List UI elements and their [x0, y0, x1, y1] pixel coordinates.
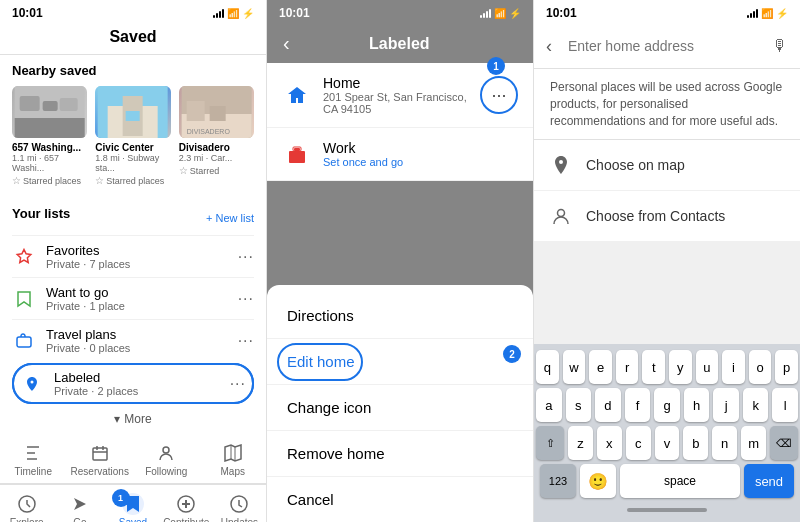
- key-u[interactable]: u: [696, 350, 719, 384]
- labeled-home-item[interactable]: Home 201 Spear St, San Francisco, CA 941…: [267, 63, 533, 128]
- work-icon: [283, 140, 311, 168]
- nav-following[interactable]: Following: [133, 438, 200, 481]
- key-space[interactable]: space: [620, 464, 740, 498]
- key-e[interactable]: e: [589, 350, 612, 384]
- favorites-more-button[interactable]: ···: [238, 248, 254, 266]
- travel-more-button[interactable]: ···: [238, 332, 254, 350]
- nav-reservations[interactable]: Reservations: [67, 438, 134, 481]
- key-i[interactable]: i: [722, 350, 745, 384]
- list-item-travel[interactable]: Travel plans Private · 0 places ···: [12, 319, 254, 361]
- key-d[interactable]: d: [595, 388, 621, 422]
- work-action[interactable]: Set once and go: [323, 156, 517, 168]
- choose-on-map-option[interactable]: Choose on map: [534, 140, 800, 191]
- status-bar-3: 10:01 📶 ⚡: [534, 0, 800, 24]
- thumb-1: [95, 86, 170, 138]
- list-name-travel: Travel plans: [46, 327, 238, 342]
- nav-maps-label: Maps: [221, 466, 245, 477]
- tab-explore[interactable]: Explore: [0, 489, 53, 522]
- key-j[interactable]: j: [713, 388, 739, 422]
- panel-saved: 10:01 📶 ⚡ Saved Nearby saved: [0, 0, 267, 522]
- key-r[interactable]: r: [616, 350, 639, 384]
- map-pin-icon: [550, 154, 572, 176]
- list-item-wantgo[interactable]: Want to go Private · 1 place ···: [12, 277, 254, 319]
- list-item-favorites[interactable]: Favorites Private · 7 places ···: [12, 235, 254, 277]
- sheet-remove-home[interactable]: Remove home: [267, 430, 533, 476]
- key-y[interactable]: y: [669, 350, 692, 384]
- svg-rect-27: [289, 151, 305, 163]
- key-k[interactable]: k: [743, 388, 769, 422]
- nearby-title: Nearby saved: [12, 63, 254, 78]
- personal-places-info: Personal places will be used across Goog…: [534, 69, 800, 140]
- work-info: Work Set once and go: [323, 140, 517, 168]
- nearby-desc-1: 1.8 mi · Subway sta...: [95, 153, 170, 173]
- tab-updates-label: Updates: [221, 517, 258, 522]
- key-t[interactable]: t: [642, 350, 665, 384]
- key-h[interactable]: h: [684, 388, 710, 422]
- nav-reservations-label: Reservations: [71, 466, 129, 477]
- keyboard-row-2: a s d f g h j k l: [536, 388, 798, 422]
- tab-contribute[interactable]: Contribute: [160, 489, 213, 522]
- reservations-icon: [89, 442, 111, 464]
- nearby-card-2[interactable]: DIVISADERO Divisadero 2.3 mi · Car... ☆ …: [179, 86, 254, 186]
- svg-marker-18: [225, 445, 241, 461]
- svg-rect-16: [93, 448, 107, 460]
- address-search-input[interactable]: [560, 32, 772, 60]
- list-item-labeled[interactable]: Labeled Private · 2 places ···: [12, 363, 254, 404]
- key-q[interactable]: q: [536, 350, 559, 384]
- sheet-edit-home[interactable]: Edit home 2: [267, 338, 533, 384]
- wantgo-icon: [12, 287, 36, 311]
- key-w[interactable]: w: [563, 350, 586, 384]
- tab-updates[interactable]: Updates: [213, 489, 266, 522]
- mic-icon[interactable]: 🎙: [772, 37, 788, 55]
- key-shift[interactable]: ⇧: [536, 426, 564, 460]
- new-list-button[interactable]: + New list: [206, 212, 254, 224]
- key-a[interactable]: a: [536, 388, 562, 422]
- key-p[interactable]: p: [775, 350, 798, 384]
- key-g[interactable]: g: [654, 388, 680, 422]
- key-m[interactable]: m: [741, 426, 766, 460]
- key-o[interactable]: o: [749, 350, 772, 384]
- labeled-work-item[interactable]: Work Set once and go: [267, 128, 533, 181]
- key-emoji[interactable]: 🙂: [580, 464, 616, 498]
- key-x[interactable]: x: [597, 426, 622, 460]
- labeled-more-button[interactable]: ···: [230, 375, 246, 393]
- wantgo-more-button[interactable]: ···: [238, 290, 254, 308]
- key-send[interactable]: send: [744, 464, 794, 498]
- choose-from-contacts-option[interactable]: Choose from Contacts: [534, 191, 800, 242]
- home-indicator: [627, 508, 707, 512]
- key-z[interactable]: z: [568, 426, 593, 460]
- signal-icon-2: [480, 8, 491, 18]
- key-l[interactable]: l: [772, 388, 798, 422]
- nearby-card-0[interactable]: 657 Washing... 1.1 mi · 657 Washi... ☆ S…: [12, 86, 87, 186]
- nav-timeline[interactable]: Timeline: [0, 438, 67, 481]
- tab-go[interactable]: Go: [53, 489, 106, 522]
- nearby-card-1[interactable]: Civic Center 1.8 mi · Subway sta... ☆ St…: [95, 86, 170, 186]
- tab-saved[interactable]: Saved 1: [106, 489, 159, 522]
- key-v[interactable]: v: [655, 426, 680, 460]
- key-n[interactable]: n: [712, 426, 737, 460]
- key-delete[interactable]: ⌫: [770, 426, 798, 460]
- sheet-directions[interactable]: Directions: [267, 293, 533, 338]
- key-f[interactable]: f: [625, 388, 651, 422]
- more-button[interactable]: ▾ More: [12, 406, 254, 432]
- back-button-3[interactable]: ‹: [546, 36, 552, 57]
- step-badge-1: 1: [487, 57, 505, 75]
- sheet-cancel[interactable]: Cancel: [267, 476, 533, 522]
- key-c[interactable]: c: [626, 426, 651, 460]
- panel3-spacer: [534, 242, 800, 344]
- panel-enter-address: 10:01 📶 ⚡ ‹ 🎙 Personal places will be us…: [534, 0, 800, 522]
- keyboard-row-3: ⇧ z x c v b n m ⌫: [536, 426, 798, 460]
- key-s[interactable]: s: [566, 388, 592, 422]
- contact-icon: [550, 205, 572, 227]
- nav-maps[interactable]: Maps: [200, 438, 267, 481]
- back-button-2[interactable]: ‹: [283, 32, 290, 55]
- sheet-change-icon[interactable]: Change icon: [267, 384, 533, 430]
- battery-icon-3: ⚡: [776, 8, 788, 19]
- time-3: 10:01: [546, 6, 577, 20]
- edit-home-label: Edit home: [287, 353, 355, 370]
- svg-rect-15: [17, 337, 31, 347]
- key-numbers[interactable]: 123: [540, 464, 576, 498]
- key-b[interactable]: b: [683, 426, 708, 460]
- home-info: Home 201 Spear St, San Francisco, CA 941…: [323, 75, 481, 115]
- svg-point-30: [558, 210, 565, 217]
